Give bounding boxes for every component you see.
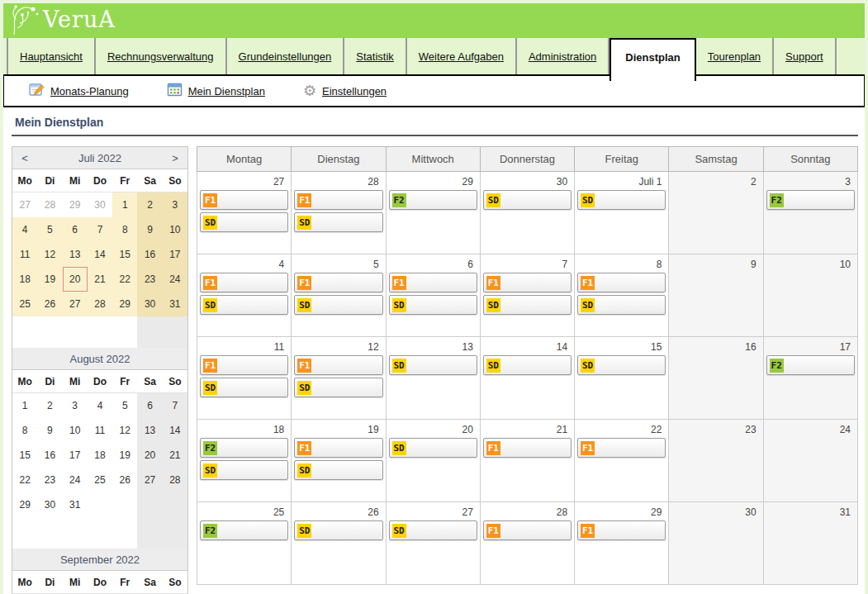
mini-day[interactable]: 27 (137, 468, 162, 492)
mini-day[interactable]: 19 (112, 443, 137, 468)
calendar-day-cell[interactable]: 19F1SD (292, 420, 386, 502)
mini-day[interactable]: 29 (112, 292, 137, 316)
mini-day[interactable]: 22 (12, 468, 37, 492)
tab-statistik[interactable]: Statistik (344, 38, 407, 74)
shift-entry[interactable]: SD (483, 355, 572, 375)
shift-entry[interactable]: SD (294, 460, 382, 480)
calendar-day-cell[interactable]: 11F1SD (197, 337, 292, 420)
mini-day[interactable]: 23 (137, 267, 162, 292)
mini-day[interactable]: 9 (37, 418, 62, 443)
shift-entry[interactable]: F1 (200, 355, 288, 375)
mini-day[interactable]: 12 (37, 242, 62, 267)
mini-day[interactable]: 11 (12, 242, 37, 267)
tab-administration[interactable]: Administration (517, 38, 609, 74)
shift-entry[interactable]: SD (389, 355, 477, 375)
mini-day[interactable]: 13 (63, 242, 88, 267)
shift-entry[interactable]: SD (294, 295, 382, 315)
calendar-day-cell[interactable]: 17F2 (763, 337, 857, 420)
shift-entry[interactable]: F1 (577, 438, 666, 458)
mini-day[interactable]: 28 (163, 468, 187, 492)
mini-day[interactable]: 14 (163, 418, 187, 443)
einstellungen-button[interactable]: ⚙ Einstellungen (303, 83, 387, 98)
mini-day[interactable]: 20 (63, 267, 88, 292)
mini-day[interactable]: 29 (63, 192, 88, 217)
calendar-day-cell[interactable]: 20SD (386, 420, 480, 502)
shift-entry[interactable]: F1 (200, 190, 288, 210)
mini-day[interactable]: 20 (137, 443, 162, 468)
monats-planung-button[interactable]: Monats-Planung (29, 82, 129, 100)
calendar-day-cell[interactable]: 28F1 (480, 502, 574, 585)
calendar-day-cell[interactable]: 8F1SD (575, 254, 669, 337)
shift-entry[interactable]: F1 (577, 520, 666, 540)
mini-day[interactable]: 10 (63, 418, 88, 443)
shift-entry[interactable]: SD (483, 190, 572, 210)
calendar-day-cell[interactable]: 31 (763, 502, 857, 585)
mini-day[interactable]: 7 (88, 217, 112, 242)
calendar-day-cell[interactable]: 27SD (386, 502, 480, 585)
shift-entry[interactable]: F2 (200, 520, 288, 540)
mini-day[interactable]: 6 (137, 393, 162, 418)
shift-entry[interactable]: SD (200, 378, 288, 397)
mini-day[interactable]: 31 (63, 492, 88, 517)
shift-entry[interactable]: SD (294, 520, 382, 540)
mini-day[interactable]: 27 (12, 192, 37, 217)
calendar-day-cell[interactable]: 30 (669, 502, 763, 585)
prev-month-button[interactable]: < (20, 152, 30, 164)
tab-dienstplan[interactable]: Dienstplan (609, 38, 695, 81)
shift-entry[interactable]: F2 (766, 355, 855, 375)
calendar-day-cell[interactable]: 29F2 (386, 172, 480, 254)
mini-day[interactable]: 30 (37, 492, 62, 517)
shift-entry[interactable]: F1 (483, 520, 572, 540)
shift-entry[interactable]: F1 (294, 355, 382, 375)
calendar-day-cell[interactable]: Juli 1SD (575, 172, 669, 254)
mini-day[interactable]: 22 (112, 267, 137, 292)
shift-entry[interactable]: SD (294, 212, 382, 232)
tab-tourenplan[interactable]: Tourenplan (696, 38, 774, 74)
mini-day[interactable]: 2 (37, 393, 62, 418)
mini-day[interactable]: 9 (137, 217, 162, 242)
mini-day[interactable]: 14 (88, 242, 112, 267)
shift-entry[interactable]: SD (577, 355, 666, 375)
shift-entry[interactable]: F1 (200, 273, 288, 292)
tab-support[interactable]: Support (774, 38, 837, 74)
mein-dienstplan-button[interactable]: Mein Dienstplan (167, 82, 265, 100)
calendar-day-cell[interactable]: 15SD (575, 337, 669, 420)
shift-entry[interactable]: F2 (200, 438, 288, 458)
mini-day[interactable]: 1 (12, 393, 37, 418)
calendar-day-cell[interactable]: 9 (669, 254, 763, 337)
calendar-day-cell[interactable]: 10 (763, 254, 857, 337)
shift-entry[interactable]: SD (200, 460, 288, 480)
mini-day[interactable]: 4 (88, 393, 112, 418)
mini-day[interactable]: 28 (37, 192, 62, 217)
tab-weitere-aufgaben[interactable]: Weitere Aufgaben (407, 38, 517, 74)
shift-entry[interactable]: SD (389, 295, 477, 315)
shift-entry[interactable]: F1 (294, 438, 382, 458)
mini-day[interactable]: 27 (63, 292, 88, 316)
shift-entry[interactable]: F1 (389, 273, 477, 292)
tab-hauptansicht[interactable]: Hauptansicht (7, 38, 96, 74)
shift-entry[interactable]: SD (577, 190, 666, 210)
mini-day[interactable]: 16 (137, 242, 162, 267)
shift-entry[interactable]: SD (200, 295, 288, 315)
mini-day[interactable]: 30 (137, 292, 162, 316)
mini-day[interactable]: 13 (137, 418, 162, 443)
calendar-day-cell[interactable]: 30SD (480, 172, 574, 254)
calendar-day-cell[interactable]: 23 (669, 420, 763, 502)
mini-day[interactable]: 2 (137, 192, 162, 217)
mini-day[interactable]: 23 (37, 468, 62, 492)
mini-day[interactable]: 3 (163, 192, 187, 217)
calendar-day-cell[interactable]: 14SD (480, 337, 574, 420)
calendar-day-cell[interactable]: 16 (669, 337, 763, 420)
shift-entry[interactable]: SD (200, 212, 288, 232)
calendar-day-cell[interactable]: 2 (669, 172, 763, 254)
calendar-day-cell[interactable]: 13SD (386, 337, 480, 420)
mini-day[interactable]: 15 (112, 242, 137, 267)
shift-entry[interactable]: SD (483, 295, 572, 315)
calendar-day-cell[interactable]: 12F1SD (292, 337, 386, 420)
calendar-day-cell[interactable]: 27F1SD (197, 172, 292, 254)
next-month-button[interactable]: > (170, 152, 180, 164)
calendar-day-cell[interactable]: 7F1SD (480, 254, 574, 337)
calendar-day-cell[interactable]: 5F1SD (292, 254, 386, 337)
mini-day[interactable]: 15 (12, 443, 37, 468)
mini-day[interactable]: 17 (163, 242, 187, 267)
